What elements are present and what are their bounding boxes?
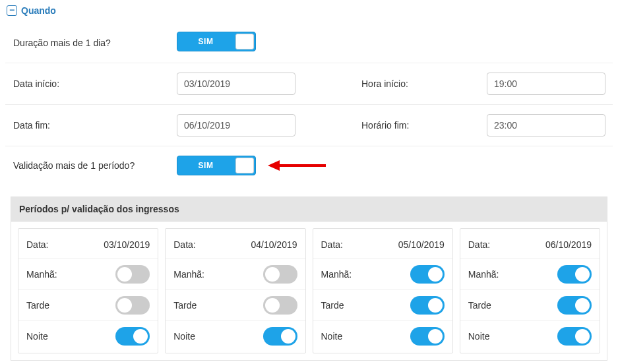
afternoon-toggle-knob (265, 298, 280, 313)
period-night-label: Noite (468, 331, 490, 342)
morning-toggle[interactable] (115, 265, 150, 284)
validation-toggle-knob (235, 158, 254, 173)
period-row-afternoon: Tarde (460, 290, 600, 321)
duration-toggle-label: SIM (177, 32, 234, 51)
period-afternoon-label: Tarde (321, 300, 344, 311)
period-row-afternoon: Tarde (18, 290, 158, 321)
night-toggle[interactable] (115, 327, 150, 346)
period-card: Data:04/10/2019Manhã:TardeNoite (165, 228, 305, 353)
night-toggle[interactable] (263, 327, 297, 346)
period-card: Data:05/10/2019Manhã:TardeNoite (313, 228, 453, 353)
morning-toggle[interactable] (557, 265, 592, 284)
period-date-label: Data: (321, 239, 343, 250)
time-start-input[interactable] (487, 73, 605, 95)
morning-toggle-knob (428, 267, 443, 282)
period-date-label: Data: (173, 239, 195, 250)
validation-toggle[interactable]: SIM (177, 156, 256, 175)
period-night-label: Noite (321, 331, 343, 342)
periods-header: Períodos p/ validação dos ingressos (11, 197, 607, 222)
date-end-label: Data fim: (5, 120, 177, 131)
morning-toggle[interactable] (410, 265, 445, 284)
morning-toggle-knob (265, 267, 280, 282)
row-duration: Duração mais de 1 dia? SIM (5, 22, 613, 63)
row-date-end: Data fim: Horário fim: (5, 105, 613, 146)
time-end-input[interactable] (487, 114, 605, 136)
period-date-value: 04/10/2019 (251, 239, 297, 250)
night-toggle[interactable] (410, 327, 445, 346)
period-row-morning: Manhã: (18, 259, 158, 290)
period-card: Data:06/10/2019Manhã:TardeNoite (460, 228, 600, 353)
period-afternoon-label: Tarde (26, 300, 49, 311)
period-row-date: Data:04/10/2019 (166, 230, 305, 259)
period-row-night: Noite (166, 321, 305, 351)
periods-section: Períodos p/ validação dos ingressos Data… (11, 197, 607, 361)
period-morning-label: Manhã: (468, 269, 499, 280)
night-toggle-knob (133, 329, 148, 344)
night-toggle-knob (575, 329, 590, 344)
morning-toggle-knob (117, 267, 132, 282)
period-afternoon-label: Tarde (173, 300, 197, 311)
afternoon-toggle[interactable] (115, 296, 150, 315)
validation-label: Validação mais de 1 período? (5, 160, 177, 171)
section-title: Quando (21, 5, 56, 16)
period-night-label: Noite (173, 331, 195, 342)
period-row-morning: Manhã: (460, 259, 600, 290)
afternoon-toggle[interactable] (557, 296, 592, 315)
period-night-label: Noite (26, 331, 48, 342)
period-morning-label: Manhã: (173, 269, 204, 280)
period-row-morning: Manhã: (313, 259, 452, 290)
row-date-start: Data início: Hora início: (5, 63, 613, 105)
svg-marker-1 (268, 160, 280, 171)
period-row-date: Data:03/10/2019 (18, 230, 158, 259)
period-date-value: 05/10/2019 (398, 239, 445, 250)
arrow-annotation (268, 156, 327, 175)
period-row-night: Noite (460, 321, 600, 351)
period-row-afternoon: Tarde (313, 290, 452, 321)
validation-toggle-label: SIM (177, 156, 234, 175)
time-end-label: Horário fim: (355, 120, 487, 131)
duration-toggle[interactable]: SIM (177, 32, 256, 51)
afternoon-toggle-knob (575, 298, 590, 313)
time-start-label: Hora início: (355, 78, 487, 89)
period-row-afternoon: Tarde (166, 290, 305, 321)
period-afternoon-label: Tarde (468, 300, 491, 311)
period-morning-label: Manhã: (26, 269, 57, 280)
night-toggle-knob (428, 329, 443, 344)
period-row-morning: Manhã: (166, 259, 305, 290)
collapse-toggle[interactable]: − (7, 5, 17, 16)
afternoon-toggle-knob (428, 298, 443, 313)
period-card: Data:03/10/2019Manhã:TardeNoite (18, 228, 158, 353)
morning-toggle-knob (575, 267, 590, 282)
afternoon-toggle[interactable] (263, 296, 297, 315)
morning-toggle[interactable] (263, 265, 297, 284)
period-date-value: 03/10/2019 (104, 239, 150, 250)
period-date-label: Data: (26, 239, 48, 250)
period-date-value: 06/10/2019 (545, 239, 592, 250)
afternoon-toggle[interactable] (410, 296, 445, 315)
period-row-date: Data:05/10/2019 (313, 230, 452, 259)
period-date-label: Data: (468, 239, 490, 250)
period-row-night: Noite (313, 321, 452, 351)
night-toggle-knob (281, 329, 295, 344)
afternoon-toggle-knob (117, 298, 132, 313)
row-validation: Validação mais de 1 período? SIM (5, 146, 613, 185)
duration-label: Duração mais de 1 dia? (5, 38, 177, 48)
period-morning-label: Manhã: (321, 269, 352, 280)
period-row-date: Data:06/10/2019 (460, 230, 600, 259)
date-start-input[interactable] (177, 73, 295, 95)
date-end-input[interactable] (177, 114, 295, 136)
period-row-night: Noite (18, 321, 158, 351)
duration-toggle-knob (235, 34, 254, 49)
night-toggle[interactable] (557, 327, 592, 346)
date-start-label: Data início: (5, 78, 177, 89)
